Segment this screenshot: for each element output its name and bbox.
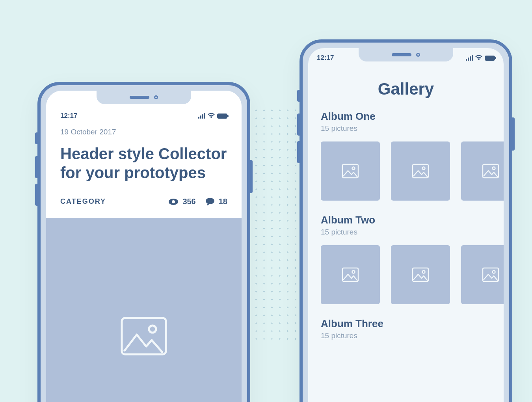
status-time: 12:17 [317, 54, 334, 62]
svg-point-10 [493, 167, 495, 170]
category-label[interactable]: CATEGORY [60, 197, 159, 206]
thumbnail[interactable] [461, 245, 504, 304]
thumbnail[interactable] [321, 245, 380, 304]
status-time: 12:17 [60, 112, 77, 120]
views-stat: 356 [168, 197, 195, 206]
image-icon [482, 267, 499, 282]
phone-screen: 12:17 Gallery Album One 15 pictures [308, 48, 504, 402]
article-header-card: 12:17 19 October 2017 Header style Colle… [46, 91, 242, 218]
article-meta-row: CATEGORY 356 18 [60, 197, 227, 206]
svg-point-1 [172, 200, 175, 203]
image-icon [342, 267, 359, 282]
camera-icon [154, 95, 158, 99]
svg-point-2 [206, 198, 214, 204]
svg-point-14 [422, 271, 425, 274]
wifi-icon [208, 113, 215, 119]
signal-icon [198, 113, 205, 119]
image-icon [412, 164, 429, 179]
eye-icon [168, 198, 179, 205]
phone-side-button [250, 160, 253, 193]
camera-icon [416, 53, 420, 57]
album-title[interactable]: Album Three [321, 318, 491, 330]
speaker-icon [392, 53, 411, 56]
thumbnail[interactable] [321, 141, 380, 201]
speaker-icon [130, 96, 149, 99]
phone-side-button [297, 90, 300, 102]
album-section: Album One 15 pictures [321, 110, 491, 201]
album-count: 15 pictures [321, 228, 491, 236]
article-hero-image-placeholder [46, 218, 242, 402]
battery-icon [485, 56, 495, 61]
album-thumbnails[interactable] [321, 245, 491, 304]
album-section: Album Three 15 pictures [321, 318, 491, 340]
album-count: 15 pictures [321, 331, 491, 340]
phone-mockup-gallery: 12:17 Gallery Album One 15 pictures [299, 39, 512, 402]
image-icon [412, 267, 429, 282]
phone-side-button [512, 117, 515, 151]
article-date: 19 October 2017 [60, 128, 227, 136]
phone-screen: 12:17 19 October 2017 Header style Colle… [46, 91, 242, 402]
svg-point-4 [149, 326, 156, 333]
svg-point-16 [493, 271, 495, 274]
phone-notch [359, 48, 453, 61]
phone-side-button [297, 141, 300, 163]
phone-mockup-article: 12:17 19 October 2017 Header style Colle… [37, 82, 250, 402]
image-icon [120, 316, 167, 356]
phone-side-button [297, 114, 300, 136]
svg-point-6 [352, 167, 355, 170]
album-title[interactable]: Album Two [321, 214, 491, 226]
thumbnail[interactable] [391, 245, 450, 304]
status-bar: 12:17 [60, 110, 227, 128]
thumbnail[interactable] [461, 141, 504, 201]
album-title[interactable]: Album One [321, 110, 491, 123]
comment-icon [205, 198, 215, 206]
page-title: Gallery [321, 80, 491, 99]
svg-point-12 [352, 271, 355, 274]
battery-icon [217, 114, 227, 119]
comments-stat: 18 [205, 197, 227, 206]
svg-point-8 [422, 167, 425, 170]
comments-count: 18 [219, 197, 227, 206]
album-count: 15 pictures [321, 124, 491, 133]
wifi-icon [475, 55, 482, 61]
phone-side-button [35, 132, 38, 144]
thumbnail[interactable] [391, 141, 450, 201]
signal-icon [466, 55, 473, 61]
views-count: 356 [182, 197, 195, 206]
album-section: Album Two 15 pictures [321, 214, 491, 304]
phone-side-button [35, 156, 38, 178]
album-thumbnails[interactable] [321, 141, 491, 201]
phone-notch [97, 91, 191, 104]
image-icon [342, 164, 359, 179]
phone-side-button [35, 184, 38, 206]
gallery-screen: Gallery Album One 15 pictures Album Two … [308, 65, 504, 340]
article-headline: Header style Collector for your prototyp… [60, 144, 227, 182]
image-icon [482, 164, 499, 179]
